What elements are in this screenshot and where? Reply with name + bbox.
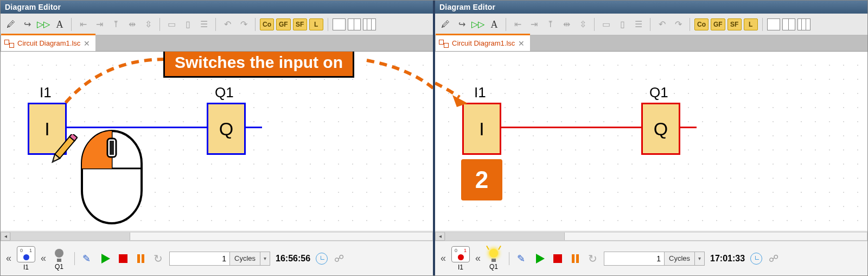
logic-chip[interactable]: L	[744, 18, 758, 30]
clock-icon[interactable]	[750, 253, 762, 265]
special-functions-chip[interactable]: SF	[293, 18, 307, 30]
distribute-v[interactable]: ▯	[181, 17, 195, 32]
separator	[594, 18, 595, 31]
stop-button[interactable]	[552, 253, 564, 265]
stop-button[interactable]	[117, 253, 129, 265]
diagram-canvas[interactable]: I1 I Q1 Q Switches the input on	[1, 52, 433, 231]
distribute-h[interactable]: ▭	[164, 17, 178, 32]
bulb-on-icon	[486, 247, 501, 262]
constants-chip[interactable]: Co	[694, 18, 709, 30]
align-right[interactable]: ⇥	[92, 17, 106, 32]
three-page-layout[interactable]	[363, 18, 376, 30]
output-state-indicator[interactable]: Q1	[486, 247, 501, 271]
collapse-output-panel[interactable]: «	[475, 253, 481, 264]
mouse-left-click-icon	[76, 128, 147, 231]
document-tab[interactable]: Circuit Diagram1.lsc ✕	[1, 35, 96, 51]
input-state-indicator[interactable]: 0 1 I1	[17, 246, 35, 271]
horizontal-scrollbar[interactable]: ◂	[435, 231, 867, 241]
wire-i1-q1[interactable]	[501, 127, 641, 128]
run-button[interactable]	[100, 253, 112, 265]
basic-functions-chip[interactable]: GF	[276, 18, 291, 30]
cut-tool[interactable]: ▷▷	[36, 17, 50, 32]
three-page-layout[interactable]	[797, 18, 810, 30]
horizontal-scrollbar[interactable]: ◂	[1, 231, 433, 241]
clock-icon[interactable]	[316, 253, 328, 265]
run-button[interactable]	[534, 253, 546, 265]
cursor-tool[interactable]: 🖉	[438, 17, 452, 32]
close-tab-icon[interactable]: ✕	[84, 39, 90, 48]
logic-chip[interactable]: L	[309, 18, 323, 30]
distribute-v[interactable]: ▯	[615, 17, 629, 32]
tree-view-icon[interactable]: ☍	[333, 253, 345, 265]
probe-tool-icon[interactable]	[517, 253, 529, 265]
group[interactable]: ☰	[197, 17, 211, 32]
collapse-io-panel[interactable]: «	[6, 253, 11, 264]
pause-button[interactable]	[569, 253, 581, 265]
probe-tool-icon[interactable]	[82, 253, 94, 265]
align-right[interactable]: ⇥	[527, 17, 541, 32]
align-top[interactable]: ⤒	[108, 17, 123, 32]
data-table-icon[interactable]	[350, 253, 362, 265]
align-center-h[interactable]: ⇹	[125, 17, 139, 32]
scroll-track[interactable]	[10, 232, 433, 241]
scroll-thumb[interactable]	[445, 233, 565, 240]
cycle-counter[interactable]: 1 Cycles ▾	[604, 252, 705, 266]
redo-button[interactable]: ↷	[671, 17, 685, 32]
align-top[interactable]: ⤒	[543, 17, 557, 32]
cursor-tool[interactable]: 🖉	[4, 17, 18, 32]
two-page-layout[interactable]	[348, 18, 361, 30]
annotation-callout: Switches the input on	[163, 52, 354, 78]
data-table-icon[interactable]	[785, 253, 797, 265]
align-center-h[interactable]: ⇹	[559, 17, 573, 32]
sim-icon	[439, 40, 449, 47]
basic-functions-chip[interactable]: GF	[711, 18, 725, 30]
align-center-v[interactable]: ⇳	[576, 17, 590, 32]
single-page-layout[interactable]	[767, 18, 780, 30]
connector-tool[interactable]: ↪	[455, 17, 469, 32]
align-left[interactable]: ⇤	[76, 17, 90, 32]
io-dot-on-icon	[458, 254, 464, 260]
undo-button[interactable]: ↶	[220, 17, 234, 32]
tick-0: 0	[20, 248, 23, 253]
output-state-indicator[interactable]: Q1	[52, 247, 67, 271]
distribute-h[interactable]: ▭	[599, 17, 613, 32]
diagram-canvas[interactable]: I1 I Q1 Q 2	[435, 52, 867, 231]
two-page-layout[interactable]	[782, 18, 795, 30]
collapse-output-panel[interactable]: «	[41, 253, 46, 264]
separator	[690, 18, 690, 31]
group[interactable]: ☰	[631, 17, 646, 32]
undo-button[interactable]: ↶	[655, 17, 669, 32]
tab-label: Circuit Diagram1.lsc	[452, 39, 515, 47]
step-button[interactable]: ↻	[152, 253, 164, 265]
redo-button[interactable]: ↷	[237, 17, 251, 32]
cycle-counter[interactable]: 1 Cycles ▾	[169, 252, 270, 266]
text-tool[interactable]: A	[53, 17, 67, 32]
scroll-left-button[interactable]: ◂	[1, 232, 10, 241]
input-state-indicator[interactable]: 0 1 I1	[451, 246, 470, 271]
connector-tool[interactable]: ↪	[20, 17, 34, 32]
output-block[interactable]: Q	[207, 103, 246, 155]
close-tab-icon[interactable]: ✕	[518, 39, 525, 48]
cycle-dropdown-icon[interactable]: ▾	[260, 252, 270, 265]
constants-chip[interactable]: Co	[260, 18, 274, 30]
align-center-v[interactable]: ⇳	[141, 17, 155, 32]
tree-view-icon[interactable]: ☍	[768, 253, 780, 265]
cut-tool[interactable]: ▷▷	[471, 17, 485, 32]
scroll-thumb[interactable]	[11, 233, 130, 240]
collapse-io-panel[interactable]: «	[441, 253, 446, 264]
output-block-active[interactable]: Q	[641, 103, 680, 155]
scroll-left-button[interactable]: ◂	[435, 232, 445, 241]
text-tool[interactable]: A	[487, 17, 501, 32]
align-left[interactable]: ⇤	[510, 17, 525, 32]
cycle-dropdown-icon[interactable]: ▾	[694, 252, 704, 265]
bulb-label: Q1	[55, 263, 63, 271]
input-block-active[interactable]: I	[462, 103, 501, 155]
single-page-layout[interactable]	[333, 18, 346, 30]
scroll-track[interactable]	[445, 232, 867, 241]
wire-q1-out[interactable]	[246, 127, 262, 128]
pause-button[interactable]	[135, 253, 146, 265]
special-functions-chip[interactable]: SF	[727, 18, 742, 30]
step-button[interactable]: ↻	[586, 253, 598, 265]
wire-q1-out[interactable]	[680, 127, 697, 128]
document-tab[interactable]: Circuit Diagram1.lsc ✕	[435, 35, 531, 51]
